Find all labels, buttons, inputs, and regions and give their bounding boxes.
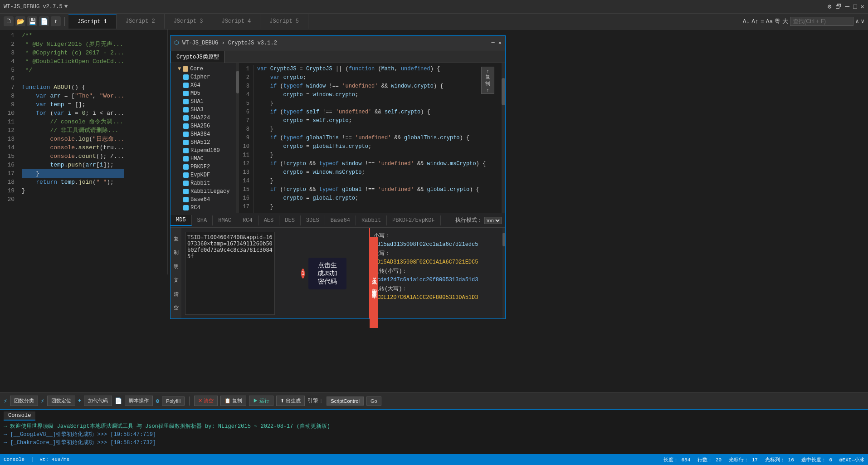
popup-window: ⬡ WT-JS_DEBUG › CryptoJS v3.1.2 ─ ✕ Cryp… [170,35,506,319]
tree-file-icon [183,132,189,137]
title-dropdown-icon[interactable]: ▼ [64,3,68,10]
search-prev-icon[interactable]: ∧ [855,18,859,25]
tree-item-sha224[interactable]: SHA224 [171,114,236,122]
save-file-icon[interactable]: 💾 [27,16,37,26]
tree-item-hmac[interactable]: HMAC [171,155,236,163]
case-icon[interactable]: 大 [782,17,788,25]
add-code-btn[interactable]: 加代代码 [84,396,112,406]
line-numbers: 12345 678910 1112131415 1617181920 [0,29,18,206]
team-locate-btn[interactable]: 团数定位 [47,396,75,406]
tab-rc4[interactable]: RC4 [237,215,258,225]
tree-item-evpkdf[interactable]: EvpKDF [171,171,236,179]
vert-label: 生成JS加密方案脚本本 [370,237,378,328]
engine-go-btn[interactable]: Go [366,396,381,406]
tab-rabbit[interactable]: Rabbit [356,215,387,225]
console-tab[interactable]: Console [4,411,35,421]
side-label-clear-text[interactable]: 明 [174,263,179,270]
tree-file-icon [183,156,189,162]
generate-button[interactable]: 点击生成JS加密代码 [308,258,346,289]
tree-item-rabbit[interactable]: Rabbit [171,179,236,187]
tree-item-core[interactable]: ▼ Core [171,65,236,73]
clear-btn[interactable]: ✕ 清空 [194,396,218,406]
maximize-icon[interactable]: □ [853,3,857,10]
tab-des[interactable]: DES [279,215,301,225]
popup-minimize-btn[interactable]: ─ [492,39,495,46]
tree-item-md5[interactable]: MD5 [171,89,236,98]
search-next-icon[interactable]: ∨ [861,18,864,25]
regex-icon[interactable]: 粤 [775,17,780,25]
minimize-icon[interactable]: ─ [845,3,850,11]
tree-item-sha256[interactable]: SHA256 [171,122,236,130]
close-icon[interactable]: ✕ [861,3,864,10]
tab-base64[interactable]: Base64 [325,215,356,225]
settings-icon[interactable]: ⚙ [828,3,831,10]
word-wrap-icon[interactable]: Aа [766,18,773,25]
upload-icon[interactable]: ⬆ [51,16,61,26]
main-tab-bar: JScript 1 JScript 2 JScript 3 JScript 4 … [68,14,741,29]
open-file-icon[interactable]: 📂 [15,16,25,26]
code-editor[interactable]: /** * @By NLiger2015 (岁月无声... * @Copyrig… [18,29,128,206]
console-line-1: → 欢迎使用世界顶级 JavaScript本地语法调试工具 与 Json径里级数… [4,422,864,431]
popup-close-btn[interactable]: ✕ [498,39,502,46]
side-label-copy[interactable]: 复 [174,235,179,242]
search-input[interactable] [790,17,853,26]
tab-jscript3[interactable]: JScript 3 [165,14,213,29]
font-up-icon[interactable]: A↑ [751,18,759,25]
new-file-icon[interactable]: 🗋 [4,16,14,26]
tab-3des[interactable]: 3DES [301,215,325,225]
exec-mode-label: 执行模式： [455,216,483,224]
tab-jscript2[interactable]: JScript 2 [117,14,165,29]
font-down-icon[interactable]: A↓ [743,18,750,25]
tab-aes[interactable]: AES [258,215,280,225]
tab-sha[interactable]: SHA [192,215,213,225]
tab-hmac[interactable]: HMAC [213,215,237,225]
wrap-icon[interactable]: ≡ [761,18,764,25]
popup-tab-cryptojs[interactable]: CryptoJS类原型 [171,51,225,63]
results-scrollbar-thumb[interactable] [502,233,505,246]
tree-item-sha512[interactable]: SHA512 [171,138,236,147]
side-label-copy2[interactable]: 制 [174,249,179,256]
polyfill-btn[interactable]: Polyfill [162,396,185,406]
crypto-input[interactable]: TSID=T10046047408&appid=16073360×tamp=16… [185,232,275,315]
copy-btn-action[interactable]: 📋 复制 [220,396,246,406]
side-label-blank[interactable]: 空 [174,304,179,311]
side-label-text[interactable]: 文 [174,277,179,284]
exec-mode-select[interactable]: \r\n \n \r [484,217,502,224]
tab-pbkdf2[interactable]: PBKDF2/EvpKDF [387,215,441,225]
copy-button[interactable]: ↑复制↑ [481,67,494,94]
results-scrollbar[interactable] [502,228,505,318]
tree-item-base64[interactable]: Base64 [171,196,236,204]
run-btn[interactable]: ▶ 运行 [249,396,273,406]
tree-item-x64[interactable]: X64 [171,81,236,89]
tree-item-sha1[interactable]: SHA1 [171,98,236,106]
tree-item-sha384[interactable]: SHA384 [171,130,236,138]
script-op-btn[interactable]: 脚本操作 [125,396,153,406]
tree-item-sha3[interactable]: SHA3 [171,106,236,114]
side-action-labels: 复 制 明 文 清 空 [171,228,181,318]
code-scrollbar[interactable] [502,63,505,213]
tab-jscript5[interactable]: JScript 5 [260,14,308,29]
popup-window-controls: ─ ✕ [492,39,502,46]
tree-item-cipher[interactable]: Cipher [171,73,236,81]
popup-code-line: 2 var crypto; [239,73,502,82]
tab-jscript1[interactable]: JScript 1 [68,14,117,29]
status-user: @EXI-小冰 [839,456,864,463]
toolbar: 🗋 📂 💾 📄 ⬆ JScript 1 JScript 2 JScript 3 … [0,14,868,29]
tree-item-pbkdf2[interactable]: PBKDF2 [171,163,236,171]
generate-btn[interactable]: ⬆ 出生成 [276,396,305,406]
tree-item-rc4[interactable]: RC4 [171,204,236,212]
tree-item-ripemd160[interactable]: Ripemd160 [171,147,236,155]
popup-code-panel[interactable]: ↑复制↑ 1var CryptoJS = CryptoJS || (functi… [239,63,502,213]
code-scrollbar-thumb[interactable] [502,78,505,105]
save-all-icon[interactable]: 📄 [39,16,49,26]
tab-md5[interactable]: MD5 [171,215,192,226]
team-classify-btn[interactable]: 团数分类 [10,396,38,406]
engine-scriptcontrol-btn[interactable]: ScriptControl [327,396,364,406]
tree-file-icon [183,123,189,129]
new-window-icon[interactable]: 🗗 [835,3,842,10]
code-line: console.assert(tru... [22,143,124,152]
side-label-clear[interactable]: 清 [174,291,179,298]
tab-jscript4[interactable]: JScript 4 [212,14,260,29]
tree-item-rabbitlegacy[interactable]: RabbitLegacy [171,187,236,196]
tree-file-icon [183,140,189,145]
